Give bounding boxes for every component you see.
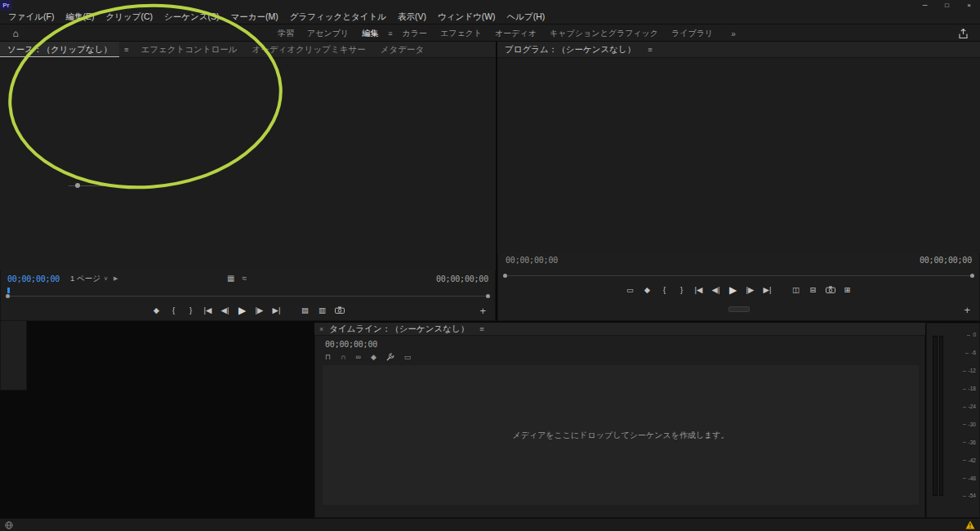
workspace-tab-audio[interactable]: オーディオ: [488, 28, 543, 39]
workspace-tabs: 学習 アセンブリ 編集 ≡ カラー エフェクト オーディオ キャプションとグラフ…: [271, 25, 736, 42]
step-back-icon[interactable]: ◀|: [216, 306, 234, 315]
workspace-tab-assembly[interactable]: アセンブリ: [301, 28, 355, 39]
step-back-icon[interactable]: ◀|: [707, 286, 724, 294]
add-marker-icon[interactable]: ◆: [639, 286, 656, 294]
export-frame-icon[interactable]: [331, 306, 348, 315]
timeline-timecode[interactable]: 00;00;00;00: [325, 340, 377, 349]
tab-metadata[interactable]: メタデータ: [373, 42, 431, 57]
meter-label-6: -6: [965, 350, 976, 356]
settings-icon[interactable]: ▭: [621, 286, 639, 294]
timeline-settings-wrench-icon[interactable]: [386, 353, 394, 361]
menu-sequence[interactable]: シーケンス(S): [158, 11, 225, 23]
zoom-slider[interactable]: [69, 185, 109, 186]
overwrite-icon[interactable]: ▥: [314, 306, 331, 315]
program-panel-menu-icon[interactable]: ≡: [643, 42, 657, 57]
timeline-panel-menu-icon[interactable]: ≡: [474, 324, 489, 333]
splitter-handle[interactable]: [728, 306, 750, 312]
workspace-tab-captions-graphics[interactable]: キャプションとグラフィック: [543, 28, 665, 39]
program-zoom-bar[interactable]: [504, 275, 973, 276]
workspace-tab-effects[interactable]: エフェクト: [434, 28, 488, 39]
linked-selection-icon[interactable]: ∞: [356, 354, 361, 361]
insert-icon[interactable]: ▤: [296, 306, 314, 315]
play-icon[interactable]: ▶: [234, 306, 251, 315]
meter-label-30: -30: [963, 422, 976, 428]
meter-label-24: -24: [963, 404, 976, 410]
mark-out-icon[interactable]: }: [182, 306, 199, 315]
nest-insert-icon[interactable]: ⊓: [325, 354, 331, 361]
export-frame-icon[interactable]: [822, 286, 839, 295]
extract-icon[interactable]: ⊟: [804, 286, 822, 294]
mark-out-icon[interactable]: }: [673, 286, 690, 294]
source-panel-tabs: ソース：（クリップなし） ≡ エフェクトコントロール オーディオクリップミキサー…: [0, 42, 496, 58]
menu-clip[interactable]: クリップ(C): [100, 11, 158, 23]
button-editor-icon[interactable]: +: [964, 304, 970, 316]
audio-meter-right: [939, 336, 944, 496]
step-forward-icon[interactable]: |▶: [742, 286, 759, 294]
mark-in-icon[interactable]: {: [165, 306, 182, 315]
source-zoom-select[interactable]: 1 ページ ∨: [70, 274, 108, 284]
go-to-out-icon[interactable]: ▶|: [268, 306, 285, 315]
tab-source[interactable]: ソース：（クリップなし）: [0, 42, 119, 57]
close-panel-icon[interactable]: ×: [319, 325, 323, 333]
step-forward-icon[interactable]: |▶: [251, 306, 268, 315]
drag-audio-icon[interactable]: ≈: [242, 274, 247, 283]
program-scrubber[interactable]: [497, 266, 980, 279]
app-icon: Pr: [0, 0, 12, 11]
button-editor-icon[interactable]: +: [479, 305, 486, 317]
source-playhead-marker[interactable]: [7, 288, 10, 293]
maximize-button[interactable]: □: [936, 0, 958, 11]
workspace-tab-libraries[interactable]: ライブラリ: [665, 28, 719, 39]
workspace-menu-icon[interactable]: ≡: [385, 29, 395, 38]
go-to-in-icon[interactable]: |◀: [690, 286, 707, 294]
go-to-in-icon[interactable]: |◀: [199, 306, 216, 315]
warning-icon[interactable]: [965, 518, 975, 531]
tab-timeline[interactable]: タイムライン：（シーケンスなし）: [327, 324, 470, 335]
play-icon[interactable]: ▶: [724, 285, 742, 295]
workspace-overflow-icon[interactable]: »: [731, 29, 736, 38]
menu-graphics-titles[interactable]: グラフィックとタイトル: [284, 11, 392, 23]
close-button[interactable]: ×: [958, 0, 980, 11]
program-bottom-row: +: [497, 301, 980, 321]
menu-file[interactable]: ファイル(F): [2, 11, 60, 23]
captions-icon[interactable]: ▭: [404, 354, 412, 361]
go-to-out-icon[interactable]: ▶|: [759, 286, 776, 294]
add-marker-icon[interactable]: ◆: [148, 306, 165, 315]
minimize-button[interactable]: ─: [914, 0, 936, 11]
drag-video-icon[interactable]: ▦: [227, 274, 234, 283]
mark-in-icon[interactable]: {: [656, 286, 673, 294]
tab-effect-controls[interactable]: エフェクトコントロール: [134, 42, 245, 57]
menu-view[interactable]: 表示(V): [392, 11, 432, 23]
menu-help[interactable]: ヘルプ(H): [501, 11, 551, 23]
meter-label-0: 0: [967, 332, 976, 338]
source-zoom-bar[interactable]: [7, 296, 489, 297]
source-scrubber[interactable]: [0, 287, 496, 300]
lift-icon[interactable]: ◫: [787, 286, 804, 294]
comparison-view-icon[interactable]: ⊞: [839, 286, 856, 294]
tab-program[interactable]: プログラム：（シーケンスなし）: [497, 42, 643, 57]
menu-edit[interactable]: 編集(E): [60, 11, 100, 23]
share-export-icon[interactable]: [958, 28, 969, 42]
snap-icon[interactable]: ∩: [341, 354, 345, 361]
add-marker-icon[interactable]: ◆: [371, 354, 376, 361]
program-current-timecode[interactable]: 00;00;00;00: [506, 256, 558, 265]
meter-label-48: -48: [963, 476, 976, 482]
audio-meter-bars: [933, 336, 943, 496]
source-current-timecode[interactable]: 00;00;00;00: [7, 274, 60, 283]
source-monitor-panel: ソース：（クリップなし） ≡ エフェクトコントロール オーディオクリップミキサー…: [0, 42, 496, 321]
timeline-panel-tabs: × タイムライン：（シーケンスなし） ≡: [314, 323, 925, 336]
tab-audio-clip-mixer[interactable]: オーディオクリップミキサー: [244, 42, 372, 57]
timeline-empty-text: メディアをここにドロップしてシーケンスを作成します。: [512, 430, 728, 441]
source-panel-menu-icon[interactable]: ≡: [119, 42, 134, 57]
home-icon[interactable]: ⌂: [7, 25, 24, 42]
workspace-tab-learning[interactable]: 学習: [271, 28, 301, 39]
status-bar: [0, 518, 980, 531]
menu-window[interactable]: ウィンドウ(W): [432, 11, 501, 23]
workspace-tab-color[interactable]: カラー: [395, 28, 433, 39]
workspace-tab-editing[interactable]: 編集: [355, 28, 385, 39]
audio-meters-panel: 0 -6 -12 -18 -24 -30 -36 -42 -48 -54: [926, 323, 980, 518]
flyout-arrow-icon[interactable]: ▶: [114, 275, 118, 282]
menu-marker[interactable]: マーカー(M): [225, 11, 283, 23]
titlebar: Pr ─ □ ×: [0, 0, 980, 11]
timeline-drop-zone[interactable]: メディアをここにドロップしてシーケンスを作成します。: [323, 365, 919, 505]
meter-label-36: -36: [963, 440, 976, 446]
